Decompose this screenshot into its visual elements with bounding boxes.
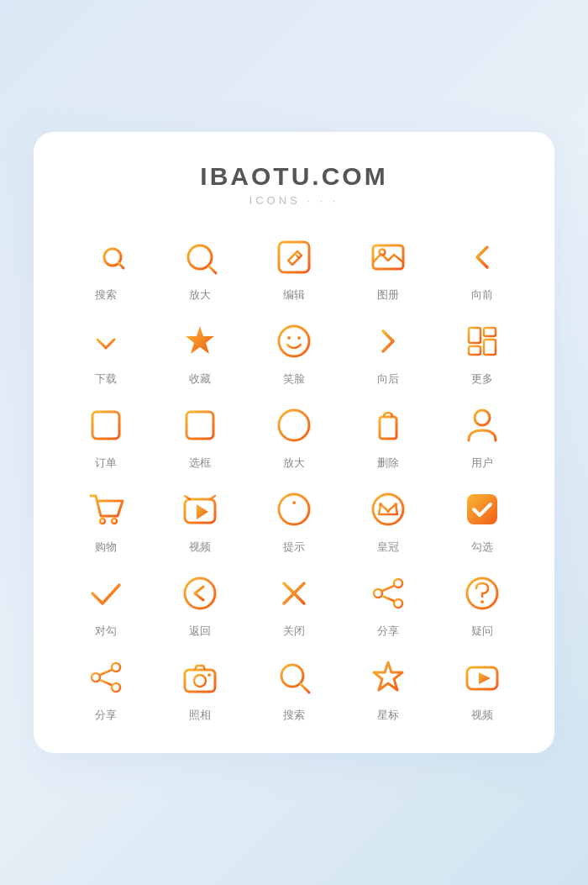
icon-select: 选框: [153, 402, 247, 471]
icon-check-filled-label: 勾选: [471, 540, 493, 555]
site-subtitle: ICONS · · ·: [59, 194, 529, 207]
icon-share3: 分享: [59, 654, 153, 723]
svg-line-45: [210, 496, 215, 499]
svg-point-52: [394, 503, 397, 506]
icon-cart: 购物: [59, 486, 153, 555]
svg-point-59: [374, 589, 382, 598]
icon-share3-label: 分享: [95, 708, 117, 723]
svg-point-48: [292, 501, 296, 504]
icon-order: 订单: [59, 402, 153, 471]
icon-zoom-in: 放大: [153, 234, 247, 303]
svg-point-18: [279, 326, 309, 356]
svg-point-55: [185, 578, 215, 608]
svg-marker-77: [479, 672, 491, 684]
icon-back-label: 向前: [471, 287, 493, 303]
svg-point-20: [297, 336, 301, 340]
svg-rect-54: [467, 494, 497, 524]
icon-share2-label: 分享: [377, 624, 399, 639]
icon-video: 视频: [153, 486, 247, 555]
icon-info-label: 提示: [283, 540, 305, 555]
svg-line-62: [382, 596, 394, 601]
svg-point-64: [480, 600, 484, 603]
svg-rect-29: [186, 412, 213, 439]
icon-zoom-add-label: 放大: [283, 456, 305, 471]
icon-smile: 笑脸: [247, 318, 341, 387]
icons-grid: 搜索 放大: [59, 234, 529, 723]
icon-zoom-in-label: 放大: [189, 287, 211, 303]
icon-album: 图册: [341, 234, 435, 303]
svg-marker-43: [197, 504, 208, 519]
icon-question-label: 疑问: [471, 624, 493, 639]
icon-search: 搜索: [59, 234, 153, 303]
icon-check-filled: 勾选: [435, 486, 529, 555]
icon-camera-label: 照相: [189, 708, 211, 723]
svg-marker-75: [374, 662, 402, 690]
icon-video2-label: 视频: [471, 708, 493, 723]
svg-point-67: [112, 683, 120, 692]
icon-more-label: 更多: [471, 371, 493, 387]
icon-tick: 对勾: [59, 570, 153, 639]
icon-download: 下载: [59, 318, 153, 387]
icon-forward: 向后: [341, 318, 435, 387]
svg-point-13: [380, 250, 386, 255]
icon-search2-label: 搜索: [283, 708, 305, 723]
svg-point-41: [112, 519, 117, 524]
svg-point-60: [394, 599, 402, 608]
svg-rect-9: [279, 242, 309, 272]
icon-close: 关闭: [247, 570, 341, 639]
svg-line-69: [100, 680, 112, 685]
icon-delete-label: 删除: [377, 456, 399, 471]
icon-return-label: 返回: [189, 624, 211, 639]
svg-marker-17: [186, 326, 214, 354]
svg-line-4: [118, 263, 123, 268]
icon-star2-label: 星标: [377, 708, 399, 723]
icon-more: 更多: [435, 318, 529, 387]
svg-point-65: [112, 663, 120, 672]
main-card: IBAOTU.COM ICONS · · ·: [34, 132, 554, 753]
icon-download-label: 下载: [95, 371, 117, 387]
icon-video2: 视频: [435, 654, 529, 723]
svg-point-58: [394, 579, 402, 587]
icon-edit: 编辑: [247, 234, 341, 303]
svg-point-38: [475, 410, 490, 425]
icon-edit-label: 编辑: [283, 287, 305, 303]
icon-star-filled: 收藏: [153, 318, 247, 387]
svg-point-51: [379, 503, 382, 506]
icon-search2: 搜索: [247, 654, 341, 723]
svg-rect-22: [469, 346, 480, 355]
header: IBAOTU.COM ICONS · · ·: [59, 162, 529, 207]
icon-search-label: 搜索: [95, 287, 117, 303]
icon-share2: 分享: [341, 570, 435, 639]
icon-cart-label: 购物: [95, 540, 117, 555]
svg-line-11: [295, 254, 299, 258]
svg-line-44: [185, 496, 190, 499]
icon-order-label: 订单: [95, 456, 117, 471]
svg-point-40: [100, 519, 105, 524]
svg-rect-70: [185, 670, 215, 692]
svg-point-19: [287, 336, 291, 340]
icon-close-label: 关闭: [283, 624, 305, 639]
icon-star-filled-label: 收藏: [189, 371, 211, 387]
icon-zoom-add: 放大: [247, 402, 341, 471]
icon-delete: 删除: [341, 402, 435, 471]
svg-point-53: [386, 509, 390, 513]
icon-forward-label: 向后: [377, 371, 399, 387]
svg-point-71: [194, 675, 206, 687]
icon-info: 提示: [247, 486, 341, 555]
icon-camera: 照相: [153, 654, 247, 723]
icon-video-label: 视频: [189, 540, 211, 555]
icon-user-label: 用户: [471, 456, 493, 471]
icon-user: 用户: [435, 402, 529, 471]
svg-line-61: [382, 586, 394, 591]
icon-select-label: 选框: [189, 456, 211, 471]
svg-point-66: [92, 673, 100, 682]
icon-question: 疑问: [435, 570, 529, 639]
icon-star2: 星标: [341, 654, 435, 723]
icon-tick-label: 对勾: [95, 624, 117, 639]
icon-album-label: 图册: [377, 287, 399, 303]
svg-rect-24: [484, 340, 496, 355]
site-title: IBAOTU.COM: [59, 162, 529, 191]
svg-line-8: [209, 266, 216, 273]
icon-crown-label: 皇冠: [377, 540, 399, 555]
icon-back: 向前: [435, 234, 529, 303]
